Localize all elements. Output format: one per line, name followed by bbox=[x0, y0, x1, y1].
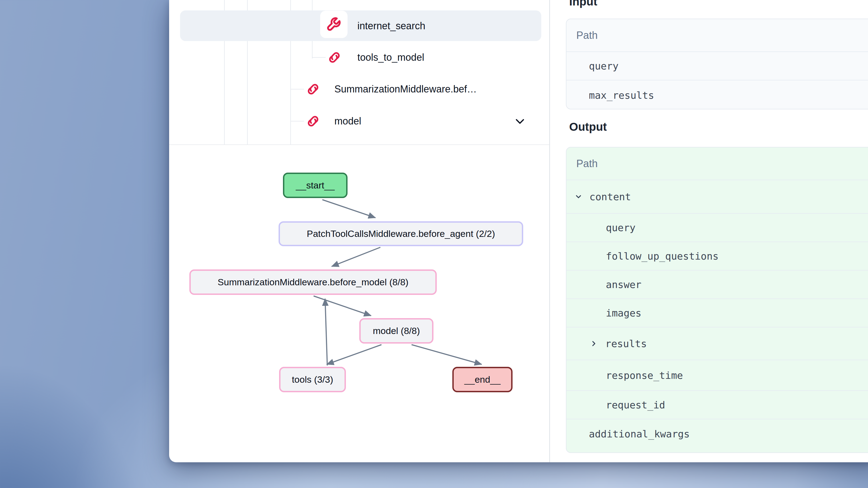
input-path-table: Path query max_results bbox=[566, 19, 868, 109]
tree-connector bbox=[290, 121, 304, 122]
io-details-panel: Input Path query max_results Output Path… bbox=[550, 0, 868, 462]
graph-node-model[interactable]: model (8/8) bbox=[359, 318, 433, 344]
graph-canvas: __start__ PatchToolCallsMiddleware.befor… bbox=[169, 145, 549, 462]
graph-node-patch-tool-calls-middleware[interactable]: PatchToolCallsMiddleware.before_agent (2… bbox=[279, 221, 523, 246]
tree-row-internet-search[interactable]: internet_search bbox=[358, 11, 425, 41]
output-row-additional-kwargs: additional_kwargs bbox=[566, 419, 868, 448]
chevron-down-icon[interactable] bbox=[574, 192, 583, 202]
path-key: answer bbox=[606, 279, 642, 290]
tree-row-model[interactable]: model bbox=[334, 106, 361, 136]
output-row-follow-up-questions: follow_up_questions bbox=[566, 241, 868, 270]
link-icon bbox=[327, 50, 342, 65]
graph-node-summarization-middleware[interactable]: SummarizationMiddleware.before_model (8/… bbox=[189, 269, 437, 295]
link-icon bbox=[306, 82, 321, 97]
input-section-heading: Input bbox=[569, 0, 597, 8]
graph-node-label: __start__ bbox=[296, 180, 335, 191]
graph-node-start[interactable]: __start__ bbox=[283, 173, 347, 198]
tree-row-label: SummarizationMiddleware.bef… bbox=[334, 84, 477, 95]
input-row-max-results: max_results bbox=[566, 80, 868, 109]
graph-edges bbox=[169, 145, 549, 462]
run-tree-panel: internet_search tools_to_model Summariza… bbox=[169, 0, 549, 144]
input-row-query: query bbox=[566, 52, 868, 80]
path-key: images bbox=[606, 307, 642, 319]
graph-node-label: tools (3/3) bbox=[292, 374, 333, 385]
wrench-icon bbox=[327, 17, 341, 32]
path-key: query bbox=[606, 222, 636, 233]
graph-node-end[interactable]: __end__ bbox=[452, 367, 513, 392]
tree-row-label: model bbox=[334, 116, 361, 127]
output-row-images: images bbox=[566, 298, 868, 327]
path-key: content bbox=[589, 191, 631, 202]
chevron-right-icon[interactable] bbox=[589, 339, 599, 349]
desktop-background: { "colors": { "accent_rose": "#e11d48", … bbox=[0, 0, 868, 488]
chevron-down-icon[interactable] bbox=[514, 115, 526, 127]
tree-connector bbox=[290, 89, 304, 90]
output-row-content[interactable]: content bbox=[566, 180, 868, 213]
tree-row-tools-to-model[interactable]: tools_to_model bbox=[358, 42, 424, 73]
output-row-request-id: request_id bbox=[566, 390, 868, 419]
output-row-response-time: response_time bbox=[566, 360, 868, 390]
graph-node-label: model (8/8) bbox=[373, 326, 420, 336]
graph-node-label: PatchToolCallsMiddleware.before_agent (2… bbox=[307, 228, 495, 239]
graph-node-tools[interactable]: tools (3/3) bbox=[279, 367, 346, 392]
path-key: request_id bbox=[606, 399, 665, 411]
path-key: additional_kwargs bbox=[589, 428, 690, 440]
output-path-table: Path content query follow_up_questions a… bbox=[566, 147, 868, 453]
graph-node-label: __end__ bbox=[464, 374, 500, 385]
tree-row-label: internet_search bbox=[358, 20, 425, 32]
tree-row-label: tools_to_model bbox=[358, 52, 424, 63]
graph-node-label: SummarizationMiddleware.before_model (8/… bbox=[218, 277, 408, 288]
link-icon bbox=[306, 114, 321, 129]
path-column-header: Path bbox=[566, 19, 868, 52]
tree-connector bbox=[312, 57, 326, 58]
path-key: results bbox=[605, 338, 647, 349]
tool-icon-box bbox=[320, 11, 347, 38]
output-section-heading: Output bbox=[569, 120, 607, 133]
path-key: response_time bbox=[606, 370, 683, 381]
path-key: query bbox=[589, 61, 618, 72]
output-row-results[interactable]: results bbox=[566, 327, 868, 360]
path-column-header: Path bbox=[566, 148, 868, 180]
path-key: follow_up_questions bbox=[606, 251, 719, 262]
trace-window: internet_search tools_to_model Summariza… bbox=[169, 0, 868, 462]
path-key: max_results bbox=[589, 90, 654, 101]
output-row-query: query bbox=[566, 213, 868, 241]
output-row-answer: answer bbox=[566, 270, 868, 298]
tree-row-summarization-middleware[interactable]: SummarizationMiddleware.bef… bbox=[334, 74, 477, 104]
